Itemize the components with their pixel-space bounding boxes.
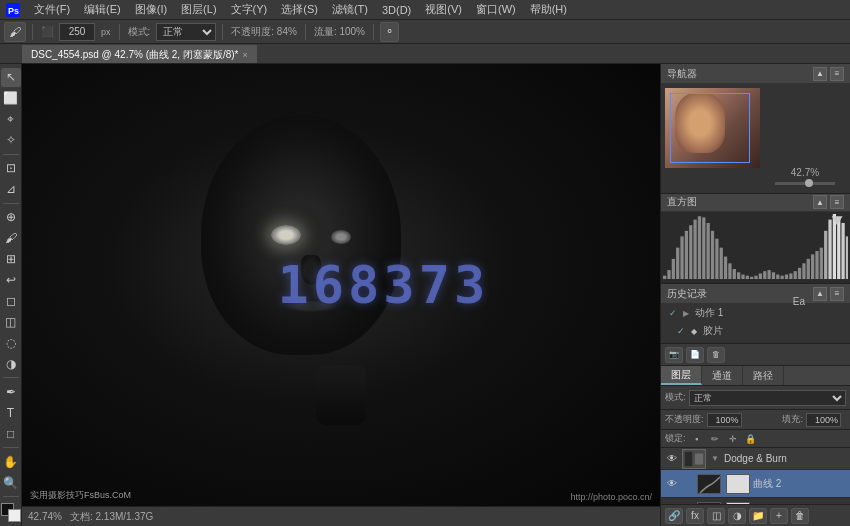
fill-input[interactable]: 100% <box>806 413 841 427</box>
menu-layer[interactable]: 图层(L) <box>175 0 222 19</box>
move-tool[interactable]: ↖ <box>1 68 21 87</box>
layer-adjustment-btn[interactable]: ◑ <box>728 508 746 524</box>
history-panel: 历史记录 Ea ▲ ≡ ✓ ▶ 动作 1 ✓ ◆ 胶片 <box>661 284 850 366</box>
opacity-input[interactable]: 100% <box>707 413 742 427</box>
history-item-1[interactable]: ✓ ◆ 胶片 <box>661 322 850 340</box>
lasso-tool[interactable]: ⌖ <box>1 110 21 129</box>
layer-mask-btn[interactable]: ◫ <box>707 508 725 524</box>
group-arrow-db[interactable]: ▼ <box>709 453 721 465</box>
layers-tab-layers[interactable]: 图层 <box>661 366 702 385</box>
dodge-tool[interactable]: ◑ <box>1 355 21 374</box>
tool-sep-2 <box>3 203 19 204</box>
svg-text:Ps: Ps <box>8 6 19 16</box>
history-snapshot-btn[interactable]: 📷 <box>665 347 683 363</box>
tab-close-btn[interactable]: × <box>242 50 247 60</box>
histogram-menu-btn[interactable]: ≡ <box>830 195 844 209</box>
layers-tab-channels[interactable]: 通道 <box>702 366 743 385</box>
text-tool[interactable]: T <box>1 403 21 422</box>
nav-zoom-slider[interactable] <box>775 182 835 185</box>
layer-item-curve2[interactable]: 👁 曲线 2 <box>661 470 850 498</box>
lock-image-btn[interactable]: ✏ <box>708 432 722 446</box>
path-tool[interactable]: ✒ <box>1 382 21 401</box>
svg-rect-18 <box>733 269 736 279</box>
blur-tool[interactable]: ◌ <box>1 334 21 353</box>
history-list[interactable]: ✓ ▶ 动作 1 ✓ ◆ 胶片 ✓ ◆ schaif ✓ ◆ auto1 <box>661 304 850 343</box>
brush-size-input[interactable]: 250 <box>59 23 95 41</box>
lock-position-btn[interactable]: ✛ <box>726 432 740 446</box>
nose <box>301 255 321 285</box>
canvas-zoom-info: 42.74% <box>28 511 62 522</box>
svg-rect-40 <box>828 219 831 278</box>
eyedropper-tool[interactable]: ⊿ <box>1 180 21 199</box>
blend-mode-select[interactable]: 正常 <box>156 23 216 41</box>
stamp-tool[interactable]: ⊞ <box>1 250 21 269</box>
magic-wand-tool[interactable]: ✧ <box>1 131 21 150</box>
svg-rect-17 <box>728 263 731 279</box>
history-menu-btn[interactable]: ≡ <box>830 287 844 301</box>
menu-window[interactable]: 窗口(W) <box>470 0 522 19</box>
layer-delete-btn[interactable]: 🗑 <box>791 508 809 524</box>
menu-3d[interactable]: 3D(D) <box>376 0 417 19</box>
menu-text[interactable]: 文字(Y) <box>225 0 274 19</box>
hand-tool[interactable]: ✋ <box>1 452 21 471</box>
layer-group-btn[interactable]: 📁 <box>749 508 767 524</box>
brush-tool-btn[interactable]: 🖌 <box>4 22 26 42</box>
zoom-tool[interactable]: 🔍 <box>1 473 21 492</box>
nav-zoom-thumb[interactable] <box>805 179 813 187</box>
shape-tool[interactable]: □ <box>1 424 21 443</box>
nav-viewport-rect[interactable] <box>670 93 750 163</box>
marquee-tool[interactable]: ⬜ <box>1 89 21 108</box>
navigator-thumbnail[interactable] <box>665 88 760 168</box>
layer-fx-btn[interactable]: fx <box>686 508 704 524</box>
history-new-doc-btn[interactable]: 📄 <box>686 347 704 363</box>
toolbar-sep-3 <box>222 24 223 40</box>
lock-all-btn[interactable]: 🔒 <box>744 432 758 446</box>
layer-blend-mode[interactable]: 正常 不透明度 <box>689 390 846 406</box>
airbrush-btn[interactable]: ⚬ <box>380 22 399 42</box>
active-tab[interactable]: DSC_4554.psd @ 42.7% (曲线 2, 闭塞蒙版/8)* × <box>22 45 257 63</box>
navigator-title: 导航器 <box>667 67 697 81</box>
healing-brush-tool[interactable]: ⊕ <box>1 208 21 227</box>
svg-rect-22 <box>750 277 753 279</box>
blend-mode-label: 模式: <box>665 391 686 404</box>
menu-help[interactable]: 帮助(H) <box>524 0 573 19</box>
gradient-tool[interactable]: ◫ <box>1 313 21 332</box>
history-check-0: ✓ <box>669 308 677 318</box>
menu-file[interactable]: 文件(F) <box>28 0 76 19</box>
layers-list[interactable]: 👁 ▼ Dodge & Burn 👁 <box>661 448 850 504</box>
menu-select[interactable]: 选择(S) <box>275 0 324 19</box>
layer-vis-c2[interactable]: 👁 <box>665 477 679 491</box>
color-swatch[interactable] <box>1 503 21 522</box>
layer-link-btn[interactable]: 🔗 <box>665 508 683 524</box>
brush-size-label: ⬛ <box>39 26 55 37</box>
lock-transparent-btn[interactable]: ▪ <box>690 432 704 446</box>
svg-rect-7 <box>685 231 688 279</box>
svg-rect-20 <box>741 274 744 278</box>
canvas-wrap[interactable]: 168373 实用摄影技巧FsBus.CoM http://photo.poco… <box>22 64 660 506</box>
layer-group-dodge-burn[interactable]: 👁 ▼ Dodge & Burn <box>661 448 850 470</box>
menu-filter[interactable]: 滤镜(T) <box>326 0 374 19</box>
history-brush-tool[interactable]: ↩ <box>1 271 21 290</box>
toolbar-sep-5 <box>373 24 374 40</box>
svg-rect-12 <box>707 223 710 279</box>
navigator-collapse-btn[interactable]: ▲ <box>813 67 827 81</box>
svg-rect-25 <box>763 271 766 279</box>
menu-edit[interactable]: 编辑(E) <box>78 0 127 19</box>
history-collapse-btn[interactable]: ▲ <box>813 287 827 301</box>
svg-rect-21 <box>746 275 749 278</box>
menu-image[interactable]: 图像(I) <box>129 0 173 19</box>
layers-tab-paths[interactable]: 路径 <box>743 366 784 385</box>
svg-rect-47 <box>685 451 692 466</box>
navigator-menu-btn[interactable]: ≡ <box>830 67 844 81</box>
canvas-bottom-bar: 42.74% 文档: 2.13M/1.37G <box>22 506 660 526</box>
history-item-0[interactable]: ✓ ▶ 动作 1 <box>661 304 850 322</box>
menu-view[interactable]: 视图(V) <box>419 0 468 19</box>
svg-rect-15 <box>720 247 723 278</box>
brush-tool[interactable]: 🖌 <box>1 229 21 248</box>
eraser-tool[interactable]: ◻ <box>1 292 21 311</box>
crop-tool[interactable]: ⊡ <box>1 159 21 178</box>
histogram-collapse-btn[interactable]: ▲ <box>813 195 827 209</box>
layer-vis-db[interactable]: 👁 <box>665 452 679 466</box>
history-delete-btn[interactable]: 🗑 <box>707 347 725 363</box>
layer-new-btn[interactable]: + <box>770 508 788 524</box>
